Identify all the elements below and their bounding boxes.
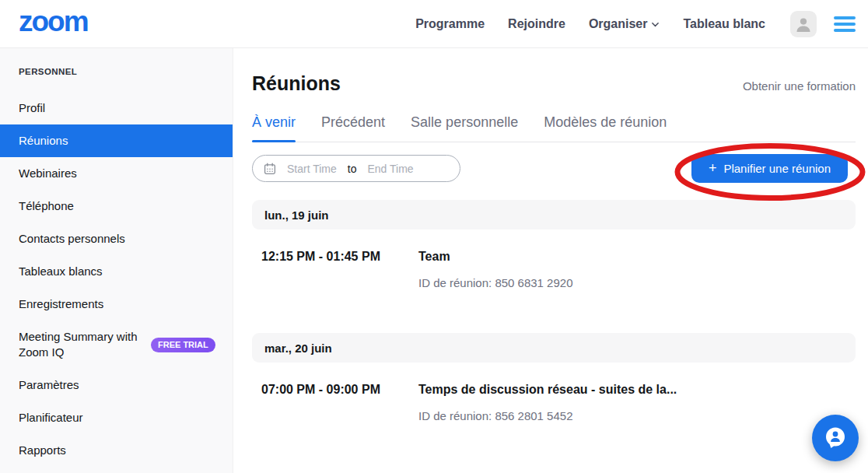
date-range-input[interactable]: Start Time to End Time <box>252 155 460 182</box>
date-range-separator: to <box>348 163 357 175</box>
training-link[interactable]: Obtenir une formation <box>743 79 856 93</box>
sidebar-item-tableaux-blancs[interactable]: Tableaux blancs <box>0 255 233 288</box>
tab-a-venir[interactable]: À venir <box>252 114 296 142</box>
meeting-time: 12:15 PM - 01:45 PM <box>261 242 418 289</box>
user-avatar[interactable] <box>790 11 817 37</box>
sidebar-item-label: Paramètres <box>19 377 79 393</box>
meeting-title[interactable]: Temps de discussion réseau - suites de l… <box>418 383 677 397</box>
sidebar-item-contacts-personnels[interactable]: Contacts personnels <box>0 222 233 255</box>
sidebar-item-meeting-summary[interactable]: Meeting Summary with Zoom IQ FREE TRIAL <box>0 321 233 369</box>
support-chat-button[interactable] <box>812 415 859 461</box>
header-nav: Programme Rejoindre Organiser Tableau bl… <box>415 17 765 31</box>
zoom-logo[interactable]: zoom <box>19 7 88 40</box>
plus-icon: + <box>709 161 717 175</box>
sidebar-item-label: Profil <box>19 100 45 116</box>
sidebar-item-webinaires[interactable]: Webinaires <box>0 157 233 190</box>
meeting-row[interactable]: 12:15 PM - 01:45 PM Team ID de réunion: … <box>252 242 856 289</box>
page-title: Réunions <box>252 72 341 95</box>
sidebar-item-profil[interactable]: Profil <box>0 92 233 124</box>
sidebar-item-label: Rapports <box>19 443 66 458</box>
sidebar-item-rapports[interactable]: Rapports <box>0 434 233 467</box>
schedule-meeting-label: Planifier une réunion <box>723 162 831 175</box>
meeting-title[interactable]: Team <box>418 250 573 264</box>
sidebar-item-label: Contacts personnels <box>19 231 125 247</box>
chevron-down-icon <box>651 20 660 29</box>
nav-programme[interactable]: Programme <box>415 17 485 31</box>
sidebar-item-label: Téléphone <box>19 198 74 214</box>
hamburger-menu-icon[interactable] <box>834 16 856 32</box>
calendar-icon <box>264 163 276 175</box>
tab-precedent[interactable]: Précédent <box>321 114 385 142</box>
nav-programme-label: Programme <box>415 17 485 31</box>
day-header-lun-19-juin: lun., 19 juin <box>252 200 856 229</box>
main-content: Réunions Obtenir une formation À venir P… <box>233 48 868 473</box>
nav-organiser-label: Organiser <box>589 17 648 31</box>
meeting-row[interactable]: 07:00 PM - 09:00 PM Temps de discussion … <box>252 375 856 422</box>
free-trial-badge: FREE TRIAL <box>151 338 215 352</box>
sidebar-item-enregistrements[interactable]: Enregistrements <box>0 288 233 321</box>
filter-row: Start Time to End Time + Planifier une r… <box>252 154 856 183</box>
nav-organiser[interactable]: Organiser <box>589 17 660 31</box>
sidebar-item-reunions[interactable]: Réunions <box>0 124 233 157</box>
sidebar: PERSONNEL Profil Réunions Webinaires Tél… <box>0 48 233 473</box>
sidebar-section-personnel: PERSONNEL <box>19 67 233 76</box>
meeting-id: ID de réunion: 856 2801 5452 <box>418 409 677 422</box>
sidebar-item-label: Tableaux blancs <box>19 264 103 279</box>
start-time-placeholder[interactable]: Start Time <box>287 163 337 175</box>
sidebar-item-planificateur[interactable]: Planificateur <box>0 401 233 434</box>
sidebar-item-label: Enregistrements <box>19 296 103 312</box>
nav-rejoindre[interactable]: Rejoindre <box>508 17 565 31</box>
nav-tableau-blanc-label: Tableau blanc <box>683 17 765 31</box>
day-header-mar-20-juin: mar., 20 juin <box>252 333 856 363</box>
sidebar-item-parametres[interactable]: Paramètres <box>0 369 233 401</box>
sidebar-item-label: Webinaires <box>19 166 77 181</box>
sidebar-item-label: Réunions <box>19 133 68 149</box>
sidebar-item-label: Meeting Summary with Zoom IQ <box>19 329 142 361</box>
nav-tableau-blanc[interactable]: Tableau blanc <box>683 17 765 31</box>
meetings-tabs: À venir Précédent Salle personnelle Modè… <box>252 114 856 142</box>
meeting-time: 07:00 PM - 09:00 PM <box>261 375 418 422</box>
schedule-meeting-button[interactable]: + Planifier une réunion <box>691 154 848 183</box>
sidebar-item-telephone[interactable]: Téléphone <box>0 190 233 222</box>
support-chat-icon <box>821 424 849 452</box>
tab-salle-personnelle[interactable]: Salle personnelle <box>411 114 518 142</box>
meeting-id: ID de réunion: 850 6831 2920 <box>418 276 573 289</box>
sidebar-item-label: Planificateur <box>19 410 83 426</box>
user-avatar-icon <box>794 15 813 33</box>
nav-rejoindre-label: Rejoindre <box>508 17 565 31</box>
top-header: zoom Programme Rejoindre Organiser Table… <box>0 0 868 48</box>
tab-modeles-de-reunion[interactable]: Modèles de réunion <box>544 114 667 142</box>
end-time-placeholder[interactable]: End Time <box>367 163 413 175</box>
